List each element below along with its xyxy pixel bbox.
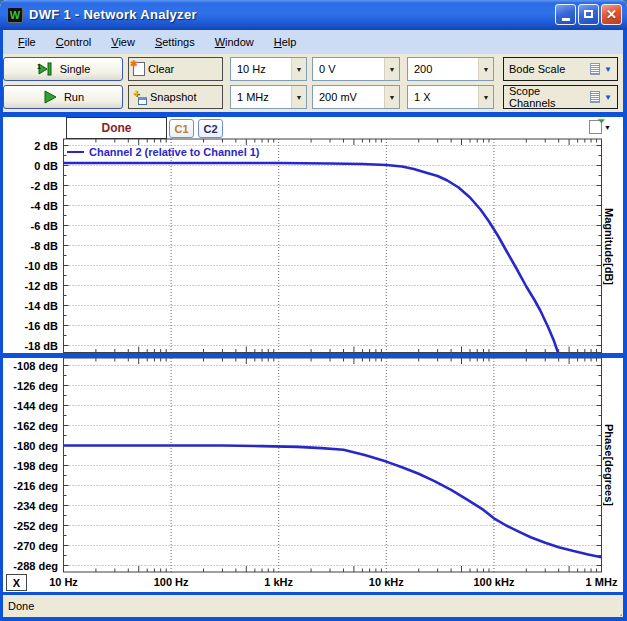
svg-text:-108 deg: -108 deg xyxy=(13,360,58,372)
svg-text:-14 dB: -14 dB xyxy=(24,300,58,312)
svg-text:-6 dB: -6 dB xyxy=(31,220,59,232)
resize-grip[interactable] xyxy=(609,603,621,615)
phase-axis-title: Phase[degrees] xyxy=(600,358,618,572)
acquisition-status-box: Done xyxy=(66,117,167,139)
menu-control[interactable]: Control xyxy=(46,33,101,51)
menu-file[interactable]: File xyxy=(8,33,46,51)
chevron-down-icon[interactable]: ▼ xyxy=(291,58,306,80)
stop-frequency-select[interactable]: 1 MHz ▼ xyxy=(230,85,307,109)
svg-text:-162 deg: -162 deg xyxy=(13,420,58,432)
minimize-icon xyxy=(562,18,570,21)
chevron-down-icon: ▼ xyxy=(604,124,611,131)
svg-text:-8 dB: -8 dB xyxy=(31,240,59,252)
list-icon xyxy=(590,63,600,75)
svg-text:-252 deg: -252 deg xyxy=(13,520,58,532)
clear-button[interactable]: ✱ Clear xyxy=(128,57,223,81)
x-axis-close-label: X xyxy=(13,577,20,589)
svg-text:-12 dB: -12 dB xyxy=(24,280,58,292)
svg-text:10 Hz: 10 Hz xyxy=(49,576,78,588)
menu-help[interactable]: Help xyxy=(264,33,307,51)
network-analyzer-window: W DWF 1 - Network Analyzer ✕ File Contro… xyxy=(0,0,627,621)
amplitude-value: 200 mV xyxy=(313,86,384,108)
chevron-down-icon[interactable]: ▼ xyxy=(291,86,306,108)
svg-text:-234 deg: -234 deg xyxy=(13,500,58,512)
chevron-down-icon[interactable]: ▼ xyxy=(478,86,493,108)
clear-button-label: Clear xyxy=(148,63,174,75)
svg-text:-10 dB: -10 dB xyxy=(24,260,58,272)
single-button[interactable]: 1 Single xyxy=(3,57,123,81)
snapshot-button[interactable]: + Snapshot xyxy=(128,85,223,109)
svg-text:100 kHz: 100 kHz xyxy=(473,576,514,588)
toolbar-plot-separator xyxy=(0,112,627,117)
start-frequency-select[interactable]: 10 Hz ▼ xyxy=(230,57,307,81)
samples-select[interactable]: 200 ▼ xyxy=(407,57,494,81)
window-border-right xyxy=(623,30,627,621)
svg-text:-126 deg: -126 deg xyxy=(13,380,58,392)
bode-scale-label: Bode Scale xyxy=(509,63,586,75)
gain-value: 1 X xyxy=(408,86,478,108)
magnitude-axis-title: Magnitude[dB] xyxy=(600,139,618,353)
toolbar: 1 Single Run ✱ Clear + Snapshot 10 Hz ▼ … xyxy=(0,54,627,112)
scope-channels-label: Scope Channels xyxy=(509,85,586,109)
svg-text:-270 deg: -270 deg xyxy=(13,540,58,552)
legend-line-swatch xyxy=(67,151,84,153)
samples-value: 200 xyxy=(408,58,478,80)
export-icon xyxy=(589,120,602,134)
channel1-toggle-button[interactable]: C1 xyxy=(169,119,194,138)
snapshot-button-label: Snapshot xyxy=(150,91,196,103)
chevron-down-icon[interactable]: ▼ xyxy=(384,58,399,80)
plot-splitter[interactable] xyxy=(0,353,627,358)
svg-text:-144 deg: -144 deg xyxy=(13,400,58,412)
channel1-label: C1 xyxy=(174,123,188,135)
title-bar[interactable]: W DWF 1 - Network Analyzer ✕ xyxy=(0,0,627,30)
waveforms-logo-icon: W xyxy=(7,7,23,23)
svg-text:1: 1 xyxy=(37,63,41,70)
menu-view[interactable]: View xyxy=(101,33,145,51)
svg-text:-16 dB: -16 dB xyxy=(24,320,58,332)
menu-bar: File Control View Settings Window Help xyxy=(0,30,627,54)
svg-text:-18 dB: -18 dB xyxy=(24,340,58,352)
legend-text: Channel 2 (relative to Channel 1) xyxy=(89,146,260,158)
maximize-button[interactable] xyxy=(578,4,599,25)
chevron-down-icon: ▼ xyxy=(604,65,612,74)
snapshot-icon: + xyxy=(133,90,147,105)
status-bar-text: Done xyxy=(8,600,34,612)
window-border-left xyxy=(0,30,3,621)
legend: Channel 2 (relative to Channel 1) xyxy=(67,146,260,158)
plot-export-button[interactable]: ▼ xyxy=(589,120,611,134)
clear-icon: ✱ xyxy=(133,62,145,76)
bode-plot-panel: 2 dB0 dB-2 dB-4 dB-6 dB-8 dB-10 dB-12 dB… xyxy=(0,117,627,592)
menu-settings[interactable]: Settings xyxy=(145,33,205,51)
maximize-icon xyxy=(584,10,593,18)
single-button-label: Single xyxy=(60,63,91,75)
offset-select[interactable]: 0 V ▼ xyxy=(312,57,400,81)
close-button[interactable]: ✕ xyxy=(601,4,622,25)
run-button[interactable]: Run xyxy=(3,85,123,109)
channel2-label: C2 xyxy=(203,123,217,135)
run-button-label: Run xyxy=(64,91,84,103)
svg-text:2 dB: 2 dB xyxy=(34,140,58,152)
svg-text:-180 deg: -180 deg xyxy=(13,440,58,452)
svg-text:-198 deg: -198 deg xyxy=(13,460,58,472)
menu-window[interactable]: Window xyxy=(205,33,264,51)
status-bar: Done xyxy=(0,595,627,617)
svg-text:0 dB: 0 dB xyxy=(34,160,58,172)
svg-text:-4 dB: -4 dB xyxy=(31,200,59,212)
svg-text:-216 deg: -216 deg xyxy=(13,480,58,492)
scope-channels-button[interactable]: Scope Channels ▼ xyxy=(503,85,618,109)
window-title: DWF 1 - Network Analyzer xyxy=(29,0,197,30)
svg-text:1 MHz: 1 MHz xyxy=(586,576,618,588)
plot-status-separator xyxy=(0,592,627,595)
minimize-button[interactable] xyxy=(555,4,576,25)
gain-select[interactable]: 1 X ▼ xyxy=(407,85,494,109)
svg-text:-2 dB: -2 dB xyxy=(31,180,59,192)
svg-text:10 kHz: 10 kHz xyxy=(369,576,404,588)
stop-frequency-value: 1 MHz xyxy=(231,86,291,108)
bode-scale-button[interactable]: Bode Scale ▼ xyxy=(503,57,618,81)
window-border-bottom xyxy=(0,617,627,621)
amplitude-select[interactable]: 200 mV ▼ xyxy=(312,85,400,109)
channel2-toggle-button[interactable]: C2 xyxy=(198,119,223,138)
x-axis-close-button[interactable]: X xyxy=(6,574,27,591)
chevron-down-icon[interactable]: ▼ xyxy=(384,86,399,108)
chevron-down-icon[interactable]: ▼ xyxy=(478,58,493,80)
